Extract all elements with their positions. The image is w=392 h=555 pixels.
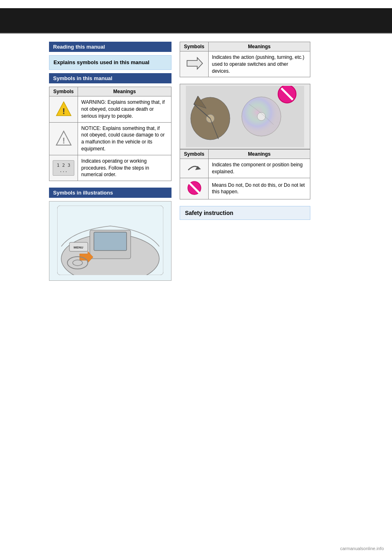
separator-line [0,33,392,34]
reading-manual-title: Reading this manual [53,44,105,50]
table-col-symbols-r1: Symbols [180,42,209,51]
component-arrow-meaning-cell: Indicates the component or position bein… [209,159,310,178]
numbers-meaning-text: Indicates operating or working procedure… [81,158,149,178]
svg-text:MENU: MENU [74,246,83,249]
warning-triangle-icon: ! [56,101,72,117]
numbers-meaning-cell: Indicates operating or working procedure… [78,155,172,181]
table-col-symbols-1: Symbols [49,87,78,96]
dashboard-illustration-box: MENU [49,201,172,281]
table-col-meanings-r1: Meanings [209,42,310,51]
svg-text:!: ! [62,107,65,116]
no-symbol-cell [180,178,209,199]
action-arrow-meaning-text: Indicates the action (pushing, turning, … [212,54,304,74]
table-col-meanings-1: Meanings [78,87,172,96]
table-row: Indicates the action (pushing, turning, … [180,51,310,77]
symbols-meanings-table-right-1: Symbols Meanings [180,42,310,77]
main-content: Reading this manual Explains symbols use… [0,42,392,287]
no-symbol-meaning-cell: Means Do not, Do not do this, or Do not … [209,178,310,199]
warning-meaning-cell: WARNING: Explains something that, if not… [78,96,172,122]
symbols-meanings-table-right-2: Symbols Meanings [180,149,310,199]
numbers-label-text: 1 2 3 ... [57,163,70,173]
table-row: ! NOTICE: Explains something that, if no… [49,122,172,155]
symbols-manual-header: Symbols in this manual [49,73,172,83]
component-arrow-icon [183,162,205,175]
cd-image-area [180,84,310,149]
explains-subtitle-box: Explains symbols used in this manual [49,55,172,70]
component-arrow-meaning-text: Indicates the component or position bein… [212,162,303,175]
svg-text:!: ! [62,136,65,145]
action-arrow-meaning-cell: Indicates the action (pushing, turning, … [209,51,310,77]
symbols-manual-title: Symbols in this manual [53,75,112,81]
watermark-text: carmanualsonline.info [340,546,384,551]
symbols-illustrations-title: Symbols in illustrations [53,190,113,196]
numbers-icon: 1 2 3 ... [53,160,74,176]
table-row: 1 2 3 ... Indicates operating or working… [49,155,172,181]
page-wrapper: Reading this manual Explains symbols use… [0,0,392,555]
notice-meaning-text: NOTICE: Explains something that, if not … [81,125,165,152]
table-row: Indicates the component or position bein… [180,159,310,178]
watermark: carmanualsonline.info [340,546,384,551]
left-column: Reading this manual Explains symbols use… [49,42,172,287]
warning-meaning-text: WARNING: Explains something that, if not… [81,99,165,119]
svg-rect-7 [94,232,127,251]
reading-manual-header: Reading this manual [49,42,172,52]
notice-meaning-cell: NOTICE: Explains something that, if not … [78,122,172,155]
symbols-meanings-table-left: Symbols Meanings ! [49,87,172,181]
right-column: Symbols Meanings [180,42,310,220]
action-arrow-symbol-cell [180,51,209,77]
numbers-symbol-cell: 1 2 3 ... [49,155,78,181]
svg-marker-13 [187,58,203,69]
explains-subtitle-text: Explains symbols used in this manual [53,59,149,65]
dashboard-svg: MENU [57,206,163,275]
table-row: ! WARNING: Explains something that, if n… [49,96,172,122]
symbols-illustrations-header: Symbols in illustrations [49,188,172,198]
table-col-meanings-r2: Meanings [209,150,310,159]
top-bar [0,8,392,33]
notice-symbol-cell: ! [49,122,78,155]
safety-instruction-box: Safety instruction [180,206,310,220]
no-symbol-meaning-text: Means Do not, Do not do this, or Do not … [212,182,305,195]
notice-triangle-icon: ! [53,130,74,148]
no-symbol-icon [183,181,205,197]
safety-instruction-label: Safety instruction [185,210,233,216]
component-arrow-symbol-cell [180,159,209,178]
table-col-symbols-r2: Symbols [180,150,209,159]
table-row: Means Do not, Do not do this, or Do not … [180,178,310,199]
action-arrow-icon [183,56,205,72]
warning-symbol-cell: ! [49,96,78,122]
